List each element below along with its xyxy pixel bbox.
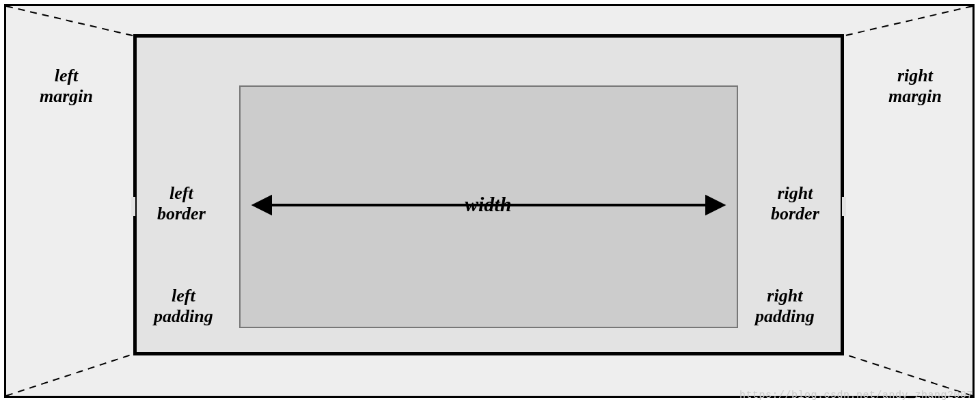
label-right-border: right border bbox=[771, 183, 819, 224]
label-right-margin: right margin bbox=[888, 66, 942, 107]
label-width: width bbox=[465, 193, 511, 217]
label-left-padding: left padding bbox=[154, 286, 213, 327]
label-right-padding: right padding bbox=[755, 286, 815, 327]
watermark: https://blog.csdn.net/andy_zhang2007 bbox=[739, 390, 973, 401]
label-left-margin: left margin bbox=[40, 66, 93, 107]
label-left-border: left border bbox=[157, 183, 206, 224]
